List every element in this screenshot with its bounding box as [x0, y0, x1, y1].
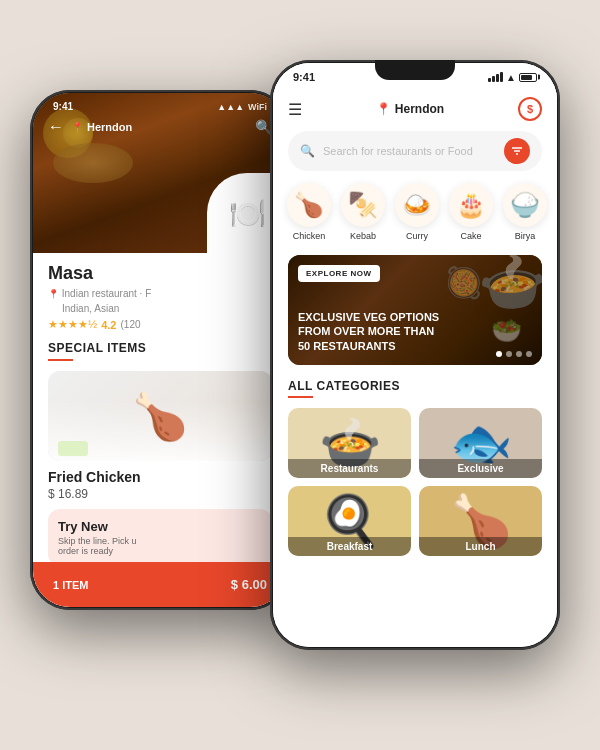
kebab-icon: 🍢: [341, 183, 385, 227]
dot-4: [526, 351, 532, 357]
back-button[interactable]: ←: [48, 118, 64, 136]
food-name: Fried Chicken: [48, 469, 272, 485]
battery-fill: [521, 75, 532, 80]
category-lunch[interactable]: 🍗 Lunch: [419, 486, 542, 556]
front-header: ☰ 📍 Herndon $: [273, 91, 557, 127]
front-screen: 9:41 ▲: [273, 63, 557, 647]
biryani-icon: 🍚: [503, 183, 547, 227]
categories-grid: 🍲 Restaurants 🐟 Exclusive 🍳 Breakfast 🍗 …: [273, 402, 557, 562]
rating-number: 4.2: [101, 319, 116, 331]
back-content: Masa 📍 Indian restaurant · F Indian, Asi…: [33, 253, 287, 607]
menu-icon[interactable]: ☰: [288, 100, 302, 119]
all-categories-line: [288, 396, 313, 398]
biryani-label: Birya: [515, 231, 536, 241]
all-categories-title: ALL CATEGORIES: [288, 379, 542, 393]
front-time: 9:41: [293, 71, 315, 83]
back-top-bar: ← 📍 Herndon 🔍: [33, 118, 287, 136]
dot-1: [496, 351, 502, 357]
banner-text: EXCLUSIVE VEG OPTIONS FROM OVER MORE THA…: [298, 310, 448, 353]
food-price: $ 16.89: [48, 487, 272, 501]
cake-label: Cake: [460, 231, 481, 241]
battery-icon: [519, 73, 537, 82]
back-signal-icon: ▲▲▲: [217, 102, 244, 112]
food-item-image: 🍗: [48, 371, 272, 461]
back-status-bar: 9:41 ▲▲▲ WiFi: [33, 101, 287, 112]
front-phone: 9:41 ▲: [270, 60, 560, 650]
notch: [375, 60, 455, 80]
category-chicken[interactable]: 🍗 Chicken: [288, 183, 330, 241]
location-text: Herndon: [395, 102, 444, 116]
back-time: 9:41: [53, 101, 73, 112]
scene: 🍽️ 9:41 ▲▲▲ WiFi ← 📍 Herndon 🔍: [0, 0, 600, 750]
search-placeholder: Search for restaurants or Food: [323, 145, 496, 157]
category-restaurants[interactable]: 🍲 Restaurants: [288, 408, 411, 478]
rating-row: ★★★★½ 4.2 (120: [48, 318, 272, 331]
stars: ★★★★½: [48, 318, 97, 331]
item-count: 1 ITEM: [53, 579, 88, 591]
category-kebab[interactable]: 🍢 Kebab: [342, 183, 384, 241]
chicken-icon: 🍗: [287, 183, 331, 227]
explore-button[interactable]: EXPLORE NOW: [298, 265, 380, 282]
wifi-icon: ▲: [506, 72, 516, 83]
location-pin-icon: 📍: [376, 102, 391, 116]
search-bar[interactable]: 🔍 Search for restaurants or Food: [288, 131, 542, 171]
status-icons: ▲: [488, 72, 537, 83]
bar1: [488, 78, 491, 82]
special-items-title: SPECIAL ITEMS: [48, 341, 272, 355]
rating-count: (120: [120, 319, 140, 330]
search-icon: 🔍: [300, 144, 315, 158]
bar2: [492, 76, 495, 82]
currency-button[interactable]: $: [518, 97, 542, 121]
bar3: [496, 74, 499, 82]
promo-banner[interactable]: Try New Skip the line. Pick u order is r…: [48, 509, 272, 566]
cake-icon: 🎂: [449, 183, 493, 227]
filter-icon: [511, 145, 523, 157]
back-hero-image: 🍽️: [33, 93, 287, 253]
banner-dots: [496, 351, 532, 357]
back-wifi-icon: WiFi: [248, 102, 267, 112]
bar4: [500, 72, 503, 82]
category-biryani[interactable]: 🍚 Birya: [504, 183, 546, 241]
all-categories-header: ALL CATEGORIES: [273, 371, 557, 402]
category-breakfast[interactable]: 🍳 Breakfast: [288, 486, 411, 556]
chicken-label: Chicken: [293, 231, 326, 241]
category-curry[interactable]: 🍛 Curry: [396, 183, 438, 241]
categories-row: 🍗 Chicken 🍢 Kebab 🍛 Curry 🎂 Cake: [273, 175, 557, 249]
restaurant-cuisine: Indian, Asian: [62, 303, 272, 314]
dot-2: [506, 351, 512, 357]
restaurants-label: Restaurants: [288, 459, 411, 478]
header-location: 📍 Herndon: [376, 102, 444, 116]
promo-title: Try New: [58, 519, 262, 534]
filter-button[interactable]: [504, 138, 530, 164]
section-line: [48, 359, 73, 361]
breakfast-label: Breakfast: [288, 537, 411, 556]
promo-sub2: order is ready: [58, 546, 262, 556]
curry-label: Curry: [406, 231, 428, 241]
restaurant-name: Masa: [48, 263, 272, 284]
category-cake[interactable]: 🎂 Cake: [450, 183, 492, 241]
back-phone: 🍽️ 9:41 ▲▲▲ WiFi ← 📍 Herndon 🔍: [30, 90, 290, 610]
promo-sub1: Skip the line. Pick u: [58, 536, 262, 546]
back-location: Herndon: [87, 121, 255, 133]
signal-bars-icon: [488, 72, 503, 82]
lunch-label: Lunch: [419, 537, 542, 556]
kebab-label: Kebab: [350, 231, 376, 241]
category-exclusive[interactable]: 🐟 Exclusive: [419, 408, 542, 478]
back-bottom-bar[interactable]: 1 ITEM $ 6.00: [33, 562, 287, 607]
dot-3: [516, 351, 522, 357]
back-screen: 🍽️ 9:41 ▲▲▲ WiFi ← 📍 Herndon 🔍: [33, 93, 287, 607]
exclusive-label: Exclusive: [419, 459, 542, 478]
promo-banner[interactable]: 🍲 🥘 🥗 EXPLORE NOW EXCLUSIVE VEG OPTIONS …: [288, 255, 542, 365]
restaurant-type: 📍 Indian restaurant · F: [48, 288, 272, 299]
curry-icon: 🍛: [395, 183, 439, 227]
total-price: $ 6.00: [231, 577, 267, 592]
